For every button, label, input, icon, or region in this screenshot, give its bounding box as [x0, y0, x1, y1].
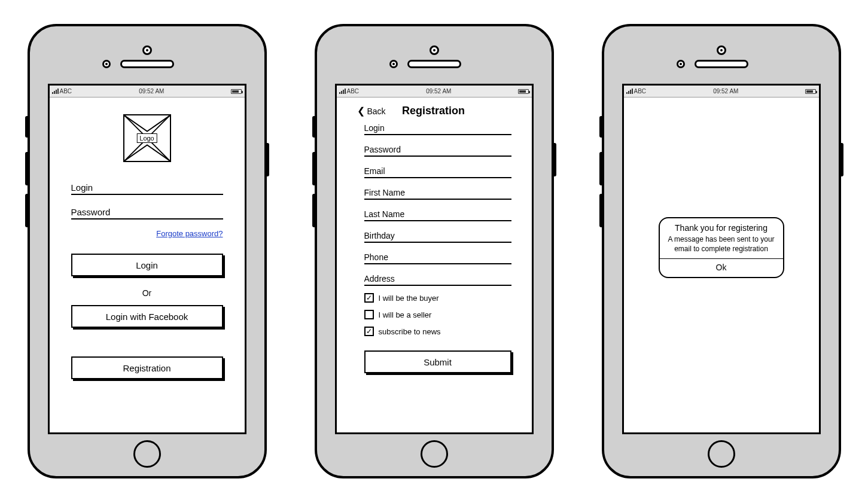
- seller-checkbox-label: I will be a seller: [379, 310, 432, 319]
- dialog-title: Thank you for registering: [660, 218, 783, 235]
- home-button[interactable]: [133, 440, 161, 468]
- time-label: 09:52 AM: [713, 88, 738, 94]
- screen-login: ABC 09:52 AM Logo Forgote password? Logi…: [48, 84, 246, 434]
- side-button: [264, 143, 269, 176]
- forgot-password-link[interactable]: Forgote password?: [71, 229, 223, 238]
- status-bar: ABC 09:52 AM: [337, 86, 532, 97]
- seller-checkbox[interactable]: [364, 310, 374, 319]
- reg-birthday-input[interactable]: [364, 228, 511, 243]
- side-button: [25, 116, 30, 138]
- buyer-checkbox-row: ✓ I will be the buyer: [364, 293, 511, 303]
- side-button: [25, 152, 30, 185]
- buyer-checkbox-label: I will be the buyer: [379, 294, 439, 303]
- earpiece-slot: [120, 60, 174, 68]
- dialog-body: A message has been sent to your email to…: [660, 235, 783, 258]
- battery-icon: [518, 89, 529, 94]
- dialog-ok-button[interactable]: Ok: [660, 259, 783, 277]
- side-button: [552, 143, 556, 176]
- side-button: [312, 116, 317, 138]
- signal-icon: [626, 89, 633, 94]
- reg-phone-input[interactable]: [364, 250, 511, 264]
- status-bar: ABC 09:52 AM: [50, 86, 245, 97]
- sensor-dot: [677, 60, 685, 68]
- reg-login-input[interactable]: [364, 121, 511, 135]
- side-button: [839, 143, 843, 176]
- camera-dot: [717, 45, 726, 55]
- home-button[interactable]: [421, 440, 448, 468]
- confirmation-dialog: Thank you for registering A message has …: [659, 217, 784, 278]
- registration-header: ❮ Back Registration: [357, 105, 511, 117]
- login-input[interactable]: [71, 180, 223, 195]
- carrier-label: ABC: [347, 88, 360, 94]
- reg-firstname-input[interactable]: [364, 185, 511, 200]
- reg-address-input[interactable]: [364, 272, 511, 286]
- sensor-dot: [102, 60, 111, 68]
- side-button: [312, 194, 317, 227]
- phone-frame-confirmation: ABC 09:52 AM Thank you for registering A…: [602, 24, 841, 478]
- sensor-dot: [389, 60, 398, 68]
- logo-label: Logo: [136, 133, 157, 143]
- password-input[interactable]: [71, 205, 223, 220]
- earpiece-slot: [407, 60, 461, 68]
- side-button: [312, 152, 317, 185]
- screen-confirmation: ABC 09:52 AM Thank you for registering A…: [622, 84, 821, 434]
- news-checkbox[interactable]: ✓: [364, 327, 374, 336]
- or-divider: Or: [71, 288, 223, 298]
- carrier-label: ABC: [60, 88, 72, 94]
- news-checkbox-row: ✓ subscribe to news: [364, 327, 511, 336]
- signal-icon: [52, 89, 59, 94]
- seller-checkbox-row: I will be a seller: [364, 310, 511, 319]
- camera-dot: [142, 45, 152, 55]
- phone-frame-registration: ABC 09:52 AM ❮ Back Registration: [315, 24, 554, 478]
- side-button: [25, 194, 30, 227]
- confirmation-content: Thank you for registering A message has …: [624, 97, 819, 432]
- earpiece-slot: [695, 60, 748, 68]
- login-button[interactable]: Login: [71, 254, 223, 276]
- reg-lastname-input[interactable]: [364, 207, 511, 221]
- submit-button[interactable]: Submit: [364, 350, 511, 373]
- home-button[interactable]: [708, 440, 735, 468]
- phone-frame-login: ABC 09:52 AM Logo Forgote password? Logi…: [28, 24, 267, 478]
- side-button: [599, 116, 604, 138]
- registration-button[interactable]: Registration: [71, 356, 223, 379]
- carrier-label: ABC: [634, 88, 647, 94]
- time-label: 09:52 AM: [426, 88, 451, 94]
- signal-icon: [339, 89, 346, 94]
- battery-icon: [231, 89, 242, 94]
- reg-email-input[interactable]: [364, 164, 511, 178]
- status-bar: ABC 09:52 AM: [624, 86, 819, 97]
- time-label: 09:52 AM: [139, 88, 164, 94]
- buyer-checkbox[interactable]: ✓: [364, 293, 374, 303]
- registration-content: ❮ Back Registration ✓ I will be the buye…: [337, 97, 532, 432]
- screen-registration: ABC 09:52 AM ❮ Back Registration: [335, 84, 534, 434]
- login-content: Logo Forgote password? Login Or Login wi…: [50, 97, 245, 432]
- side-button: [599, 152, 604, 185]
- camera-dot: [430, 45, 439, 55]
- logo-placeholder: Logo: [123, 114, 171, 162]
- side-button: [599, 194, 604, 227]
- page-title: Registration: [356, 105, 511, 117]
- battery-icon: [805, 89, 816, 94]
- news-checkbox-label: subscribe to news: [379, 327, 441, 336]
- login-facebook-button[interactable]: Login with Facebook: [71, 305, 223, 328]
- reg-password-input[interactable]: [364, 142, 511, 157]
